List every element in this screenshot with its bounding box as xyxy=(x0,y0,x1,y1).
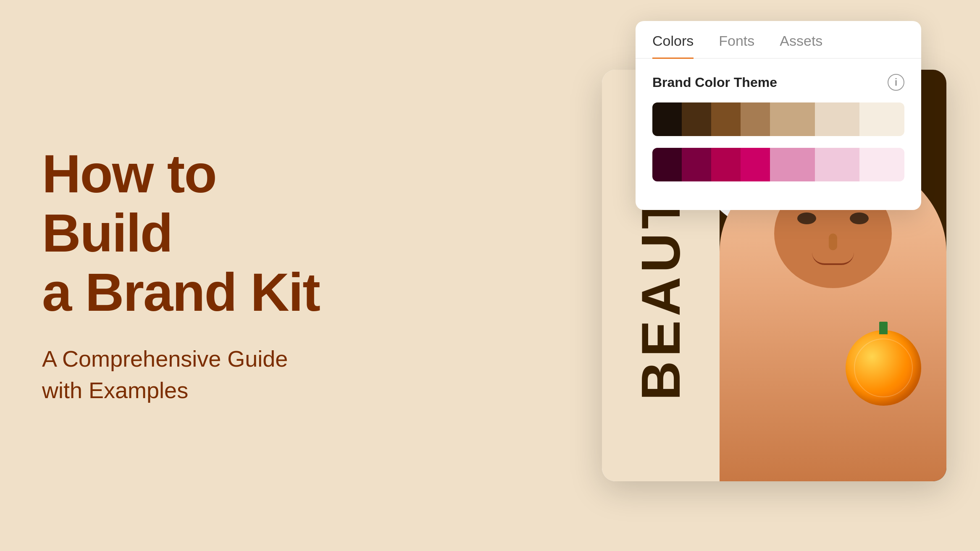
brand-color-title: Brand Color Theme xyxy=(652,75,777,90)
orange-stem xyxy=(879,322,888,334)
brand-kit-panel[interactable]: Colors Fonts Assets Brand Color Theme i xyxy=(636,21,921,210)
panel-tabs: Colors Fonts Assets xyxy=(636,21,921,59)
tab-assets[interactable]: Assets xyxy=(780,33,822,59)
title-line1: How to Build xyxy=(42,144,216,263)
subtitle: A Comprehensive Guide with Examples xyxy=(42,343,336,407)
right-section: BEAUTY xyxy=(378,0,980,551)
swatch-light-pink[interactable] xyxy=(770,148,815,181)
tab-colors[interactable]: Colors xyxy=(652,33,694,59)
swatch-medium-brown[interactable] xyxy=(711,102,741,136)
swatch-bright-magenta[interactable] xyxy=(741,148,770,181)
color-palette-brown[interactable] xyxy=(652,102,904,136)
subtitle-line2: with Examples xyxy=(42,378,188,403)
swatch-dark-brown-1[interactable] xyxy=(652,102,682,136)
info-icon[interactable]: i xyxy=(888,74,904,91)
swatch-pale-pink[interactable] xyxy=(815,148,860,181)
swatch-dark-magenta-2[interactable] xyxy=(682,148,711,181)
subtitle-line1: A Comprehensive Guide xyxy=(42,346,288,371)
swatch-light-brown[interactable] xyxy=(741,102,770,136)
color-palette-pink[interactable] xyxy=(652,148,904,181)
swatch-light-tan[interactable] xyxy=(815,102,860,136)
swatch-dark-brown-2[interactable] xyxy=(682,102,711,136)
panel-body: Brand Color Theme i xyxy=(636,59,921,210)
title-line2: a Brand Kit xyxy=(42,262,320,322)
swatch-very-light-pink[interactable] xyxy=(859,148,904,181)
swatch-cream[interactable] xyxy=(859,102,904,136)
brand-color-header: Brand Color Theme i xyxy=(652,74,904,91)
swatch-tan[interactable] xyxy=(770,102,815,136)
main-title: How to Build a Brand Kit xyxy=(42,144,336,322)
orange-fruit xyxy=(846,330,921,406)
swatch-magenta[interactable] xyxy=(711,148,741,181)
tab-fonts[interactable]: Fonts xyxy=(719,33,754,59)
left-section: How to Build a Brand Kit A Comprehensive… xyxy=(0,111,378,440)
swatch-dark-magenta-1[interactable] xyxy=(652,148,682,181)
